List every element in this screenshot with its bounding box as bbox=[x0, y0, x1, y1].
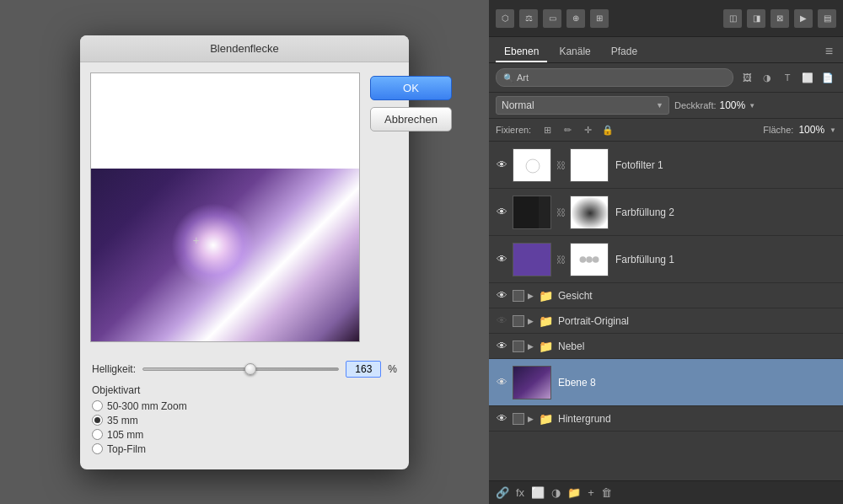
layer-eye-farbfullung1[interactable]: 👁 bbox=[494, 252, 509, 267]
radio-50-300[interactable] bbox=[92, 400, 103, 411]
group-eye-portrait[interactable]: 👁 bbox=[494, 314, 509, 329]
group-expand-nebel[interactable]: ▶ bbox=[528, 342, 534, 351]
fix-icon-move[interactable]: ✛ bbox=[580, 122, 595, 137]
bottom-icon-mask[interactable]: ⬜ bbox=[531, 486, 545, 499]
tab-ebenen[interactable]: Ebenen bbox=[496, 42, 547, 62]
flaeche-value[interactable]: 100% bbox=[798, 124, 824, 136]
filter-icon-shape[interactable]: ⬜ bbox=[799, 69, 816, 86]
layer-group-nebel[interactable]: 👁 ▶ 📁 Nebel bbox=[489, 334, 843, 359]
filter-search-box[interactable]: 🔍 Art bbox=[496, 68, 733, 87]
layer-eye-farbfullung2[interactable]: 👁 bbox=[494, 205, 509, 220]
group-expand-gesicht[interactable]: ▶ bbox=[528, 292, 534, 300]
layer-chain-farbfullung2: ⛓ bbox=[555, 207, 566, 217]
dialog-backdrop: Blendenflecke + OK Abbrechen Helligkeit: bbox=[0, 0, 489, 504]
fix-icon-grid[interactable]: ⊞ bbox=[540, 122, 555, 137]
layer-item-farbfullung1[interactable]: 👁 ⛓ Farbfüllung 1 bbox=[489, 236, 843, 283]
objektivart-title: Objektivart bbox=[92, 384, 397, 396]
group-checkbox-gesicht[interactable] bbox=[513, 290, 524, 302]
panel-bottom-bar: 🔗 fx ⬜ ◑ 📁 + 🗑 bbox=[489, 480, 843, 504]
slider-thumb[interactable] bbox=[244, 363, 256, 375]
radio-label-1: 35 mm bbox=[107, 415, 138, 426]
group-checkbox-nebel[interactable] bbox=[513, 340, 524, 352]
fix-icon-brush[interactable]: ✏ bbox=[560, 122, 575, 137]
layer-eye-fotofilter1[interactable]: 👁 bbox=[494, 158, 509, 173]
bottom-icon-link[interactable]: 🔗 bbox=[496, 486, 509, 499]
blend-mode-select[interactable]: Normal ▼ bbox=[496, 96, 669, 115]
toolbar-icon-2[interactable]: ⚖ bbox=[519, 9, 538, 28]
cancel-button[interactable]: Abbrechen bbox=[370, 107, 452, 131]
toolbar-icon-7[interactable]: ◨ bbox=[747, 9, 765, 28]
layer-item-farbfullung2[interactable]: 👁 ⛓ Farbfüllung 2 bbox=[489, 189, 843, 236]
svg-point-11 bbox=[593, 256, 599, 263]
radio-label-2: 105 mm bbox=[107, 429, 143, 441]
toolbar-icon-3[interactable]: ▭ bbox=[543, 9, 561, 28]
flaeche-arrow: ▼ bbox=[830, 126, 836, 134]
helligkeit-input[interactable]: 163 bbox=[346, 361, 381, 378]
layer-item-ebene8[interactable]: 👁 Ebene 8 bbox=[489, 359, 843, 406]
slider-track bbox=[142, 367, 339, 371]
group-eye-gesicht[interactable]: 👁 bbox=[494, 288, 509, 303]
group-expand-hintergrund[interactable]: ▶ bbox=[528, 415, 534, 423]
radio-row-0[interactable]: 50-300 mm Zoom bbox=[92, 400, 397, 412]
bottom-icon-trash[interactable]: 🗑 bbox=[601, 486, 612, 499]
filter-icon-text[interactable]: T bbox=[779, 69, 796, 86]
dialog-bottom: Helligkeit: 163 % Objektivart 50-300 mm … bbox=[80, 352, 409, 469]
radio-row-2[interactable]: 105 mm bbox=[92, 429, 397, 441]
toolbar-icon-8[interactable]: ⊠ bbox=[771, 9, 789, 28]
toolbar-icon-9[interactable]: ▶ bbox=[794, 9, 813, 28]
fix-icon-lock[interactable]: 🔒 bbox=[600, 122, 615, 137]
dialog-title: Blendenflecke bbox=[80, 35, 409, 62]
toolbar-icon-5[interactable]: ⊞ bbox=[590, 9, 609, 28]
svg-rect-2 bbox=[571, 149, 609, 182]
layer-group-gesicht[interactable]: 👁 ▶ 📁 Gesicht bbox=[489, 283, 843, 308]
layer-eye-ebene8[interactable]: 👁 bbox=[494, 375, 509, 390]
deckkraft-value[interactable]: 100% bbox=[720, 99, 746, 111]
layer-name-farbfullung1: Farbfüllung 1 bbox=[612, 254, 838, 265]
toolbar-icon-6[interactable]: ◫ bbox=[723, 9, 742, 28]
radio-topfilm[interactable] bbox=[92, 443, 103, 454]
ok-button[interactable]: OK bbox=[370, 76, 452, 100]
group-eye-hintergrund[interactable]: 👁 bbox=[494, 411, 509, 426]
bottom-icon-folder[interactable]: 📁 bbox=[567, 486, 581, 499]
layer-thumb-farbfullung2 bbox=[513, 196, 551, 229]
radio-label-0: 50-300 mm Zoom bbox=[107, 400, 187, 412]
group-expand-portrait[interactable]: ▶ bbox=[528, 317, 534, 325]
bottom-icon-adjust[interactable]: ◑ bbox=[551, 486, 561, 499]
svg-point-10 bbox=[586, 256, 593, 263]
layer-item-fotofilter1[interactable]: 👁 ⛓ Fotofilter 1 bbox=[489, 142, 843, 189]
layer-group-hintergrund[interactable]: 👁 ▶ 📁 Hintergrund bbox=[489, 406, 843, 432]
group-eye-nebel[interactable]: 👁 bbox=[494, 339, 509, 354]
group-folder-icon-gesicht: 📁 bbox=[539, 289, 553, 303]
dialog-buttons: OK Abbrechen bbox=[370, 72, 452, 342]
bottom-icon-add[interactable]: + bbox=[588, 486, 594, 499]
layer-group-portrait[interactable]: 👁 ▶ 📁 Portrait-Original bbox=[489, 308, 843, 334]
filter-icon-adjust[interactable]: ◑ bbox=[759, 69, 776, 86]
objektivart-section: Objektivart 50-300 mm Zoom 35 mm 105 mm … bbox=[92, 384, 397, 455]
filter-icons: 🖼 ◑ T ⬜ 📄 bbox=[738, 69, 836, 86]
radio-105mm[interactable] bbox=[92, 429, 103, 440]
layer-thumb-farbfullung1 bbox=[513, 243, 551, 276]
layer-mask-farbfullung2 bbox=[570, 196, 609, 229]
group-folder-icon-nebel: 📁 bbox=[539, 340, 553, 353]
group-checkbox-portrait[interactable] bbox=[513, 315, 524, 327]
radio-row-1[interactable]: 35 mm bbox=[92, 415, 397, 426]
preview-area[interactable]: + bbox=[90, 72, 360, 342]
toolbar-icon-1[interactable]: ⬡ bbox=[496, 9, 514, 28]
toolbar-icon-10[interactable]: ▤ bbox=[818, 9, 836, 28]
group-checkbox-hintergrund[interactable] bbox=[513, 413, 524, 425]
radio-35mm[interactable] bbox=[92, 415, 103, 426]
fixieren-label: Fixieren: bbox=[496, 125, 531, 135]
toolbar-top: ⬡ ⚖ ▭ ⊕ ⊞ ◫ ◨ ⊠ ▶ ▤ bbox=[489, 0, 843, 37]
filter-icon-pixel[interactable]: 🖼 bbox=[738, 69, 755, 86]
filter-icon-smart[interactable]: 📄 bbox=[819, 69, 836, 86]
brightness-slider[interactable] bbox=[142, 362, 339, 377]
toolbar-icon-4[interactable]: ⊕ bbox=[566, 9, 585, 28]
tab-pfade[interactable]: Pfade bbox=[603, 42, 646, 62]
bottom-icon-fx[interactable]: fx bbox=[516, 486, 524, 499]
panel-menu-button[interactable]: ≡ bbox=[822, 42, 836, 62]
helligkeit-label: Helligkeit: bbox=[92, 363, 136, 375]
layer-thumb-fotofilter1 bbox=[513, 148, 551, 182]
radio-row-3[interactable]: Top-Film bbox=[92, 443, 397, 455]
tab-kanaele[interactable]: Kanäle bbox=[550, 42, 599, 62]
layer-name-farbfullung2: Farbfüllung 2 bbox=[612, 206, 838, 218]
